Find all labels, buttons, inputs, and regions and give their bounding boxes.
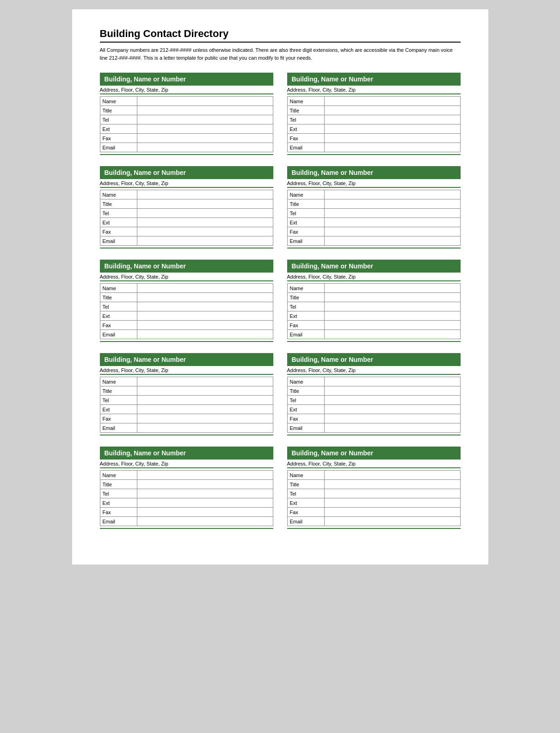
field-value[interactable] <box>324 199 460 209</box>
field-value[interactable] <box>324 302 460 311</box>
field-value[interactable] <box>324 134 460 143</box>
table-row: Name <box>287 190 460 199</box>
field-value[interactable] <box>324 330 460 339</box>
table-row: Tel <box>100 302 273 311</box>
field-value[interactable] <box>324 489 460 498</box>
field-value[interactable] <box>324 115 460 124</box>
field-value[interactable] <box>324 471 460 480</box>
card-address: Address, Floor, City, State, Zip <box>100 367 273 373</box>
field-value[interactable] <box>137 115 273 124</box>
card-address-bar: Address, Floor, City, State, Zip <box>100 86 273 94</box>
field-value[interactable] <box>137 330 273 339</box>
field-value[interactable] <box>324 293 460 302</box>
page-description: All Company numbers are 212-###-#### unl… <box>100 46 461 62</box>
field-value[interactable] <box>137 124 273 134</box>
field-value[interactable] <box>137 471 273 480</box>
field-value[interactable] <box>324 218 460 227</box>
field-value[interactable] <box>137 218 273 227</box>
field-value[interactable] <box>324 498 460 508</box>
contact-card-2: Building, Name or Number Address, Floor,… <box>100 166 273 248</box>
field-label: Name <box>100 284 137 293</box>
card-address: Address, Floor, City, State, Zip <box>287 274 461 280</box>
table-row: Ext <box>287 405 460 414</box>
card-title: Building, Name or Number <box>292 356 456 363</box>
field-value[interactable] <box>324 311 460 321</box>
field-label: Email <box>100 236 137 246</box>
field-value[interactable] <box>137 489 273 498</box>
field-value[interactable] <box>137 480 273 489</box>
field-value[interactable] <box>324 386 460 396</box>
field-value[interactable] <box>324 377 460 386</box>
field-value[interactable] <box>137 508 273 517</box>
card-address-bar: Address, Floor, City, State, Zip <box>100 460 273 468</box>
card-bottom-line <box>100 341 273 342</box>
field-value[interactable] <box>137 423 273 433</box>
table-row: Email <box>100 330 273 339</box>
card-bottom-line <box>287 435 461 435</box>
card-bottom-line <box>287 248 461 248</box>
field-value[interactable] <box>137 199 273 209</box>
card-address-bar: Address, Floor, City, State, Zip <box>287 273 461 281</box>
field-value[interactable] <box>324 508 460 517</box>
field-label: Name <box>287 471 324 480</box>
card-title: Building, Name or Number <box>105 356 269 363</box>
field-value[interactable] <box>137 284 273 293</box>
field-value[interactable] <box>137 386 273 396</box>
field-value[interactable] <box>324 106 460 115</box>
field-value[interactable] <box>137 190 273 199</box>
field-value[interactable] <box>324 209 460 218</box>
field-value[interactable] <box>324 321 460 330</box>
field-value[interactable] <box>137 517 273 526</box>
field-label: Fax <box>100 134 137 143</box>
field-value[interactable] <box>324 124 460 134</box>
card-address: Address, Floor, City, State, Zip <box>287 367 461 373</box>
field-value[interactable] <box>137 236 273 246</box>
field-value[interactable] <box>137 97 273 106</box>
field-value[interactable] <box>324 517 460 526</box>
field-value[interactable] <box>137 321 273 330</box>
field-value[interactable] <box>324 480 460 489</box>
field-value[interactable] <box>324 236 460 246</box>
field-value[interactable] <box>137 293 273 302</box>
field-label: Ext <box>100 124 137 134</box>
field-label: Email <box>287 143 324 152</box>
field-value[interactable] <box>137 311 273 321</box>
field-label: Fax <box>100 227 137 236</box>
field-value[interactable] <box>137 396 273 405</box>
table-row: Title <box>100 199 273 209</box>
card-header: Building, Name or Number <box>287 353 461 366</box>
field-value[interactable] <box>137 498 273 508</box>
contact-card-1: Building, Name or Number Address, Floor,… <box>287 73 461 155</box>
page-title: Building Contact Directory <box>100 28 461 43</box>
field-label: Email <box>100 423 137 433</box>
table-row: Name <box>287 377 460 386</box>
field-value[interactable] <box>137 227 273 236</box>
table-row: Name <box>287 284 460 293</box>
field-label: Email <box>100 330 137 339</box>
table-row: Tel <box>287 115 460 124</box>
field-label: Fax <box>287 321 324 330</box>
field-value[interactable] <box>137 106 273 115</box>
field-value[interactable] <box>324 414 460 423</box>
field-value[interactable] <box>324 97 460 106</box>
field-value[interactable] <box>324 227 460 236</box>
field-value[interactable] <box>324 190 460 199</box>
field-value[interactable] <box>324 284 460 293</box>
card-bottom-line <box>100 248 273 248</box>
field-value[interactable] <box>137 414 273 423</box>
field-value[interactable] <box>137 405 273 414</box>
table-row: Name <box>100 471 273 480</box>
field-value[interactable] <box>137 302 273 311</box>
field-value[interactable] <box>137 209 273 218</box>
card-bottom-line <box>100 528 273 529</box>
field-value[interactable] <box>324 143 460 152</box>
field-value[interactable] <box>324 396 460 405</box>
field-value[interactable] <box>137 134 273 143</box>
field-value[interactable] <box>137 377 273 386</box>
card-header: Building, Name or Number <box>287 73 461 86</box>
field-value[interactable] <box>324 405 460 414</box>
table-row: Tel <box>100 396 273 405</box>
field-value[interactable] <box>137 143 273 152</box>
contact-card-3: Building, Name or Number Address, Floor,… <box>287 166 461 248</box>
field-value[interactable] <box>324 423 460 433</box>
